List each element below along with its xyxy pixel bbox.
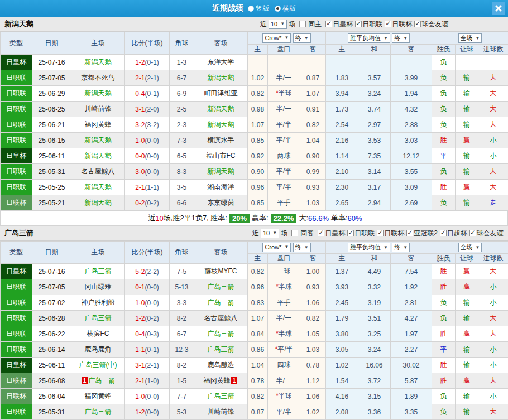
league-filter-checkbox[interactable] [440,230,447,236]
league-filter-checkbox[interactable] [377,230,384,236]
avg-select-1[interactable]: 胜平负均值▼ [348,33,390,43]
col-away: 客场 [194,242,248,264]
away-team: 东洋大学 [194,55,248,70]
scope-select-2[interactable]: 全场▼ [458,243,482,252]
match-count-select-2[interactable]: 10 ▼ [261,229,279,238]
avg-draw: 3.53 [358,133,391,148]
scope-value: 全场 [461,34,473,42]
close-button[interactable] [492,2,505,15]
odds-final-select-1[interactable]: 终▼ [293,33,311,43]
handicap-line: 两球 [268,148,300,164]
league-filter-checkbox[interactable] [325,21,332,27]
odds-source-select-1[interactable]: Crow*▼ [262,33,291,43]
league-filter-checkbox[interactable] [385,21,391,27]
avg-away: 1.89 [391,389,432,404]
type-badge: 日皇杯 [1,55,32,70]
view-mode-option[interactable]: 竖版 [248,4,269,13]
league-filter-label: 日超杯 [447,229,467,238]
match-score: 0-4(0-3) [125,326,170,342]
odds-final-select-2[interactable]: 终▼ [293,243,311,252]
big-rate: 66.6% [308,214,329,223]
league-filter-checkbox[interactable] [355,21,362,27]
avg-home: 2.08 [326,404,358,420]
odds-away: 0.90 [300,148,326,164]
col-corner: 角球 [170,32,194,55]
away-team: 湘南海洋 [194,180,248,195]
match-score: 1-2(0-1) [125,55,170,70]
odds-away [300,55,326,70]
handicap-line: 半/一 [268,70,300,86]
away-team: 藤枝MYFC [194,264,248,279]
home-team: 神户胜利船 [71,295,125,311]
result-goals [478,55,508,70]
match-score: 1-2(0-0) [125,404,170,420]
league-filter-checkbox[interactable] [406,230,413,236]
results-table-2: 类型 日期 主场 比分(半场) 角球 客场 Crow*▼ 终▼ 胜平负均值▼ 终… [0,241,508,420]
result-wdl: 负 [432,55,456,70]
league-filter-checkbox[interactable] [469,230,476,236]
home-team: 1广岛三箭 [71,373,125,389]
section-header-2: 广岛三箭 近 10 ▼ 场 同客 日皇杯日职联日联杯亚冠联2日超杯球会友谊 [0,226,508,241]
avg-home: 2.16 [326,133,358,148]
radio-icon[interactable] [248,6,254,12]
match-score: 1-0(0-0) [125,133,170,148]
odds-source-select-2[interactable]: Crow*▼ [262,243,291,252]
match-date: 25-06-04 [32,389,71,404]
result-wdl: 负 [432,164,456,180]
handicap-line: 半/一 [268,102,300,117]
avg-away: 3.03 [391,133,432,148]
league-filter-checkbox[interactable] [414,21,421,27]
col-handicap: 盘口 [268,45,300,55]
avg-final-select-1[interactable]: 终▼ [392,33,410,43]
avg-final-select-2[interactable]: 终▼ [392,243,410,252]
games-label: 场 [281,229,287,238]
result-goals: 小 [478,358,508,373]
result-goals: 大 [478,70,508,86]
view-mode-option[interactable]: 横版 [275,4,296,13]
result-goals: 大 [478,404,508,420]
avg-away: 4.32 [391,102,432,117]
odds-away: 1.05 [300,326,326,342]
chevron-down-icon: ▼ [272,231,277,235]
same-venue-checkbox-2[interactable] [291,230,298,236]
avg-value: 胜平负均值 [350,243,381,252]
same-venue-checkbox-1[interactable] [299,21,306,27]
odds-away: 0.99 [300,164,326,180]
result-handicap: 输 [456,311,478,326]
scope-group-header: 全场▼ [432,242,508,254]
avg-draw: 3.17 [358,180,391,195]
type-badge: 日职联 [1,180,32,195]
summary-record: 场,胜2平1负7, 胜率: [164,213,227,223]
odds-away: 0.91 [300,102,326,117]
avg-draw: 3.19 [358,295,391,311]
result-handicap: 输 [456,295,478,311]
avg-final-value: 终 [394,34,400,42]
avg-select-2[interactable]: 胜平负均值▼ [348,243,390,252]
match-score: 1-1(0-1) [125,342,170,358]
result-handicap: 输 [456,86,478,102]
corner-score: 8-2 [170,358,194,373]
league-filter-checkbox[interactable] [347,230,354,236]
type-badge: 日联杯 [1,389,32,404]
radio-icon[interactable] [275,6,281,12]
result-goals: 小 [478,342,508,358]
odds-final-value: 终 [295,34,301,42]
avg-home [326,55,358,70]
handicap-line: 四球 [268,358,300,373]
col-home: 主场 [71,32,125,55]
chevron-down-icon: ▼ [304,36,309,41]
away-team: 新潟天鹅 [194,102,248,117]
match-date: 25-07-02 [32,295,71,311]
avg-home: 1.14 [326,148,358,164]
match-count-select-1[interactable]: 10 ▼ [269,20,287,29]
away-team: 横滨水手 [194,133,248,148]
league-filter-checkbox[interactable] [318,230,324,236]
col-odds-home: 主 [248,45,268,55]
odds-away: 0.78 [300,358,326,373]
type-badge: 日联杯 [1,195,32,211]
result-goals: 大 [478,164,508,180]
avg-draw: 3.74 [358,102,391,117]
match-score: 0-1(0-0) [125,279,170,295]
scope-select-1[interactable]: 全场▼ [458,33,482,43]
odds-home: 1.07 [248,117,268,133]
